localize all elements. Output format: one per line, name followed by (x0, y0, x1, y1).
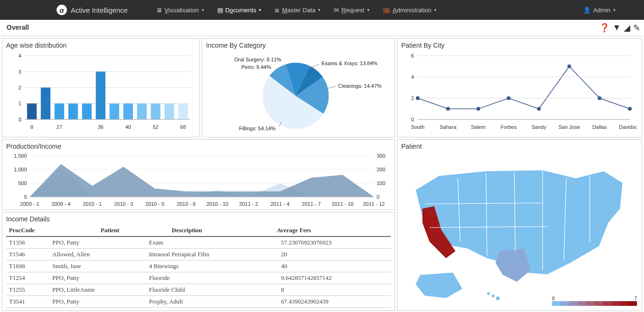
svg-text:100: 100 (377, 180, 385, 186)
svg-text:3: 3 (18, 69, 21, 75)
nav-administration[interactable]: 💼 Administration ▾ (383, 7, 437, 14)
brand: α Active Intelligence (57, 5, 128, 15)
svg-text:2010 - 8: 2010 - 8 (177, 201, 196, 207)
svg-text:68: 68 (180, 124, 186, 130)
svg-rect-15 (68, 103, 78, 119)
filter-icon[interactable]: ▼ (612, 23, 621, 33)
svg-text:52: 52 (153, 124, 158, 130)
cell-c0: T1356 (6, 237, 50, 249)
svg-text:Davidson: Davidson (619, 124, 637, 130)
svg-rect-22 (137, 103, 147, 119)
svg-text:2010 - 5: 2010 - 5 (145, 201, 164, 207)
table-scroll[interactable]: T1356PPO, PattyExam57.23076923076923T154… (6, 237, 391, 308)
table-row[interactable]: T1356PPO, PattyExam57.23076923076923 (6, 237, 391, 249)
svg-text:0: 0 (377, 194, 380, 200)
nav-items: 🖥 Visualisation ▾ ▤ Documents ▾ ≣ Master… (156, 7, 583, 14)
svg-point-41 (416, 96, 420, 100)
svg-point-43 (446, 107, 450, 111)
svg-point-84 (492, 295, 495, 297)
cell-c3: 67.4390243902439 (278, 296, 391, 308)
svg-text:2009 - 1: 2009 - 1 (20, 201, 39, 207)
patient-city-line-chart[interactable]: 0246SouthSaharaSalemForbesSandySan JoseD… (401, 51, 637, 134)
svg-text:2010 - 3: 2010 - 3 (114, 201, 133, 207)
svg-text:San Jose: San Jose (558, 124, 580, 130)
svg-rect-23 (151, 103, 160, 119)
svg-text:0: 0 (411, 117, 414, 122)
panel-title: Income By Category (206, 42, 391, 49)
caret-down-icon: ▾ (318, 8, 321, 12)
svg-text:Sandy: Sandy (532, 124, 547, 130)
svg-text:Sahara: Sahara (440, 124, 457, 130)
edit-icon[interactable]: ✎ (633, 23, 640, 33)
cell-c3: 9.642857142857142 (278, 272, 391, 284)
svg-rect-12 (41, 88, 50, 120)
th-description[interactable]: Description (169, 225, 274, 236)
nav-admin-user[interactable]: 👤 Admin ▾ (583, 7, 616, 14)
tab-overall[interactable]: Overall (4, 22, 32, 34)
top-navbar: α Active Intelligence 🖥 Visualisation ▾ … (0, 0, 644, 20)
production-income-area-chart[interactable]: 05001,0001,50001002003002009 - 12009 - 4… (6, 152, 393, 209)
svg-text:1,500: 1,500 (14, 153, 27, 159)
svg-text:4: 4 (411, 74, 414, 80)
svg-point-51 (567, 65, 571, 68)
cell-c2: Fluoride (146, 272, 278, 284)
svg-point-55 (628, 107, 632, 111)
svg-line-31 (326, 86, 336, 89)
nav-documents[interactable]: ▤ Documents ▾ (217, 7, 262, 14)
cell-c0: T3541 (6, 296, 50, 308)
panel-income-details: Income Details ProcCode Patient Descript… (2, 212, 395, 311)
cell-c3: 8 (278, 284, 391, 296)
cell-c0: T1698 (6, 261, 50, 272)
cell-c1: PPO, Patty (50, 296, 146, 308)
eraser-icon[interactable]: ◢ (624, 23, 630, 33)
svg-text:2009 - 4: 2009 - 4 (51, 201, 70, 207)
briefcase-icon: 💼 (383, 7, 390, 14)
nav-request[interactable]: ✉ Request ▾ (334, 7, 369, 14)
cell-c2: Fluoride Child (146, 284, 278, 296)
panel-title: Patient By City (401, 42, 638, 49)
cell-c0: T1255 (6, 284, 50, 296)
panel-title: Income Details (6, 215, 391, 223)
cell-c2: Exam (146, 237, 278, 249)
panel-title: Production/Income (6, 143, 391, 150)
th-patient[interactable]: Patient (98, 225, 169, 236)
table-row[interactable]: T3541PPO, PattyProphy, Adult67.439024390… (6, 296, 391, 308)
cell-c3: 20 (278, 249, 391, 261)
cell-c1: Smith, Jane (50, 261, 146, 272)
svg-text:Forbes: Forbes (501, 124, 517, 130)
svg-text:27: 27 (57, 124, 62, 130)
svg-text:2011 - 12: 2011 - 12 (363, 201, 385, 207)
svg-point-49 (537, 107, 541, 111)
us-map[interactable] (401, 152, 637, 303)
table-row[interactable]: T1698Smith, Jane4 Bitewings40 (6, 261, 391, 272)
svg-text:0: 0 (18, 117, 21, 122)
svg-text:2010 - 1: 2010 - 1 (83, 201, 102, 207)
svg-text:2010 - 10: 2010 - 10 (206, 201, 228, 207)
svg-text:6: 6 (411, 53, 414, 59)
svg-rect-17 (96, 72, 105, 119)
svg-text:300: 300 (377, 153, 385, 159)
state-alaska[interactable] (415, 272, 462, 298)
svg-text:4: 4 (18, 53, 21, 59)
nav-visualisation[interactable]: 🖥 Visualisation ▾ (156, 7, 204, 14)
table-row[interactable]: T1254PPO, PattyFluoride9.642857142857142 (6, 272, 391, 284)
svg-rect-26 (178, 103, 188, 119)
nav-master-data[interactable]: ≣ Master Data ▾ (274, 7, 321, 14)
svg-point-53 (598, 96, 602, 100)
map-colorbar: 07 (552, 296, 637, 306)
caret-down-icon: ▾ (202, 8, 204, 12)
age-bar-chart[interactable]: 0123482736405268 (6, 51, 195, 134)
svg-text:Dallas: Dallas (592, 124, 607, 130)
th-avg-fees[interactable]: Average Fees (274, 225, 391, 236)
svg-point-45 (477, 107, 480, 111)
help-icon[interactable]: ❓ (599, 23, 610, 33)
svg-text:8: 8 (31, 124, 33, 130)
panel-income-category: Income By Category Oral Surgery: 8.11% P… (202, 38, 395, 137)
svg-text:2: 2 (18, 85, 21, 91)
th-proccode[interactable]: ProcCode (6, 225, 98, 236)
income-pie-chart[interactable]: Oral Surgery: 8.11% Perio: 9.44% Exams &… (206, 51, 390, 136)
panel-patient-map: Patient 07 (397, 139, 642, 311)
table-row[interactable]: T1546Allowed, AllenIntraoral Periapical … (6, 249, 391, 261)
table-row[interactable]: T1255PPO, LittleAnnieFluoride Child8 (6, 284, 391, 296)
svg-text:36: 36 (98, 124, 103, 130)
